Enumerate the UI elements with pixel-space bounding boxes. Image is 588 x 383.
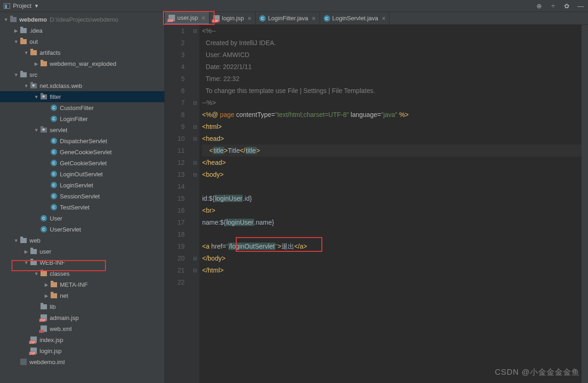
code-line[interactable]: <%@ page contentType="text/html;charset=… <box>202 109 582 121</box>
folder-icon <box>29 248 38 255</box>
tree-item-label: web <box>29 237 41 244</box>
close-icon[interactable]: × <box>312 15 315 22</box>
tree-arrow-icon[interactable] <box>23 83 29 88</box>
tree-item-src[interactable]: src <box>0 69 164 80</box>
code-line[interactable]: <html> <box>202 121 582 133</box>
tree-item-classes[interactable]: classes <box>0 268 164 279</box>
tree-arrow-icon[interactable] <box>43 293 50 298</box>
code-line[interactable] <box>202 228 582 240</box>
folder-icon <box>19 71 28 78</box>
tree-item-userservlet[interactable]: CUserServlet <box>0 224 164 235</box>
code-line[interactable]: --%> <box>202 97 582 109</box>
tree-arrow-icon[interactable] <box>33 61 40 66</box>
tree-item-login-jsp[interactable]: login.jsp <box>0 345 164 356</box>
code-line[interactable]: <title>Title</title> <box>202 145 582 157</box>
tree-item-net[interactable]: net <box>0 290 164 301</box>
tree-item-admain-jsp[interactable]: admain.jsp <box>0 312 164 323</box>
tree-item-meta-inf[interactable]: META-INF <box>0 279 164 290</box>
code-line[interactable]: </head> <box>202 157 582 168</box>
code-line[interactable]: To change this template use File | Setti… <box>202 85 582 97</box>
tree-item-index-jsp[interactable]: index.jsp <box>0 334 164 345</box>
tree-arrow-icon[interactable] <box>43 282 50 287</box>
tree-item-web[interactable]: web <box>0 235 164 246</box>
tab-login-jsp[interactable]: login.jsp× <box>210 12 256 24</box>
tree-item-net-xdclass-web[interactable]: net.xdclass.web <box>0 80 164 91</box>
tree-item-web-xml[interactable]: web.xml <box>0 323 164 334</box>
fold-gutter[interactable]: ⊟⊟⊟⊟⊟⊟⊟⊟ <box>190 25 199 383</box>
tree-item-user[interactable]: CUser <box>0 213 164 224</box>
tree-item-label: net <box>60 292 68 299</box>
tree-item-sessionservlet[interactable]: CSessionServlet <box>0 191 164 202</box>
toolbar-title[interactable]: Project <box>13 2 31 9</box>
tree-item-testservlet[interactable]: CTestServlet <box>0 202 164 213</box>
split-icon[interactable]: ÷ <box>549 2 557 10</box>
code-line[interactable]: </html> <box>202 264 582 276</box>
project-toolbar: Project ▾ ⊕ ÷ ✿ — <box>0 0 588 12</box>
code-line[interactable]: <%-- <box>202 25 582 37</box>
code-line[interactable]: id:${loginUser.id} <box>202 192 582 204</box>
code-line[interactable]: name:${loginUser.name} <box>202 216 582 228</box>
tree-item-user[interactable]: user <box>0 246 164 257</box>
tree-item-servlet[interactable]: servlet <box>0 124 164 135</box>
tree-item-artifacts[interactable]: artifacts <box>0 47 164 58</box>
close-icon[interactable]: × <box>382 15 385 22</box>
tab-label: user.jsp <box>177 14 198 21</box>
scrollbar-strip[interactable] <box>582 25 588 383</box>
tab-loginservlet-java[interactable]: CLoginServlet.java× <box>320 12 390 24</box>
code-area[interactable]: 12345678910111213141516171819202122 ⊟⊟⊟⊟… <box>165 25 588 383</box>
tree-item-label: LoginServlet <box>60 182 93 189</box>
code-line[interactable]: Created by IntelliJ IDEA. <box>202 37 582 49</box>
tree-item-customfilter[interactable]: CCustomFilter <box>0 102 164 113</box>
close-icon[interactable]: × <box>202 14 205 22</box>
close-icon[interactable]: × <box>248 15 251 22</box>
tree-arrow-icon[interactable] <box>23 260 29 265</box>
code-line[interactable]: User: AMWICD <box>202 49 582 61</box>
code-line[interactable]: <a href="/loginOutServlet">退出</a> <box>202 240 582 252</box>
tree-arrow-icon[interactable] <box>23 50 29 55</box>
code-line[interactable]: <head> <box>202 133 582 145</box>
tree-item--idea[interactable]: .idea <box>0 25 164 36</box>
tab-loginfilter-java[interactable]: CLoginFilter.java× <box>256 12 320 24</box>
tree-arrow-icon[interactable] <box>13 28 19 33</box>
collapse-icon[interactable]: — <box>577 2 584 10</box>
class-icon: C <box>50 159 58 167</box>
tree-item-genecookieservlet[interactable]: CGeneCookieServlet <box>0 146 164 157</box>
tree-item-loginoutservlet[interactable]: CLoginOutServlet <box>0 168 164 180</box>
tree-arrow-icon[interactable] <box>23 249 29 254</box>
tree-item-webdemo-iml[interactable]: webdemo.iml <box>0 356 164 367</box>
tree-arrow-icon[interactable] <box>13 72 19 77</box>
project-icon <box>4 3 10 9</box>
tree-item-label: servlet <box>50 127 67 133</box>
tree-arrow-icon[interactable] <box>33 128 40 133</box>
code-line[interactable]: <br> <box>202 204 582 216</box>
tree-item-loginservlet[interactable]: CLoginServlet <box>0 180 164 191</box>
tree-item-webdemo-war-exploded[interactable]: webdemo_war_exploded <box>0 58 164 69</box>
code-line[interactable]: <body> <box>202 168 582 180</box>
tree-arrow-icon[interactable] <box>13 39 19 44</box>
gear-icon[interactable]: ✿ <box>563 2 571 10</box>
tree-arrow-icon[interactable] <box>33 271 40 276</box>
tree-item-web-inf[interactable]: WEB-INF <box>0 257 164 268</box>
code-line[interactable] <box>202 180 582 192</box>
tree-item-webdemo[interactable]: webdemoD:\IdeaProjects\webdemo <box>0 14 164 25</box>
tree-item-lib[interactable]: lib <box>0 301 164 312</box>
tree-item-out[interactable]: out <box>0 36 164 47</box>
tree-item-loginfilter[interactable]: CLoginFilter <box>0 113 164 124</box>
line-gutter: 12345678910111213141516171819202122 <box>165 25 190 383</box>
chevron-down-icon[interactable]: ▾ <box>35 2 38 9</box>
code-line[interactable] <box>202 276 582 288</box>
tree-item-dispatcherservlet[interactable]: CDispatcherServlet <box>0 135 164 146</box>
tab-user-jsp[interactable]: user.jsp× <box>165 12 210 24</box>
code-content[interactable]: <%-- Created by IntelliJ IDEA. User: AMW… <box>199 25 582 383</box>
tree-item-label: classes <box>50 270 70 277</box>
target-icon[interactable]: ⊕ <box>536 2 543 10</box>
code-line[interactable]: Time: 22:32 <box>202 73 582 85</box>
tree-item-filter[interactable]: filter <box>0 91 164 102</box>
code-line[interactable]: Date: 2022/1/11 <box>202 61 582 73</box>
tree-arrow-icon[interactable] <box>3 17 9 22</box>
code-line[interactable]: </body> <box>202 252 582 264</box>
tab-label: LoginFilter.java <box>268 15 308 22</box>
tree-arrow-icon[interactable] <box>33 94 40 99</box>
tree-arrow-icon[interactable] <box>13 238 19 243</box>
tree-item-getcookieservlet[interactable]: CGetCookieServlet <box>0 157 164 168</box>
